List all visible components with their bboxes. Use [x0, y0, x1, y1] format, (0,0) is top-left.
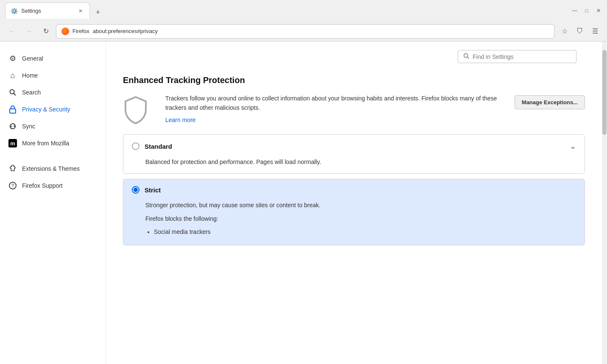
strict-block-item-1: Social media trackers — [154, 227, 576, 236]
gear-icon: ⚙ — [8, 54, 17, 63]
firefox-logo-icon — [61, 28, 69, 35]
sidebar-label-extensions: Extensions & Themes — [22, 165, 80, 172]
standard-option-header[interactable]: Standard ⌄ — [123, 135, 585, 158]
scrollbar-thumb[interactable] — [602, 50, 607, 135]
svg-line-6 — [468, 57, 469, 59]
strict-option-card: Strict Stronger protection, but may caus… — [123, 179, 585, 245]
sidebar-item-extensions[interactable]: Extensions & Themes — [0, 160, 106, 177]
manage-exceptions-button[interactable]: Manage Exceptions... — [515, 95, 585, 109]
browser-window: ⚙️ Settings ✕ + — □ ✕ ← → ↻ Firefox abou… — [0, 0, 607, 364]
svg-point-5 — [464, 54, 468, 58]
svg-point-0 — [10, 90, 14, 94]
strict-option-header[interactable]: Strict — [123, 179, 585, 200]
sidebar-item-sync[interactable]: Sync — [0, 118, 106, 135]
sidebar-label-home: Home — [22, 72, 38, 79]
etp-text: Trackers follow you around online to col… — [165, 94, 502, 124]
strict-blocks-intro: Firefox blocks the following: — [145, 214, 576, 223]
sidebar-label-support: Firefox Support — [22, 182, 63, 189]
find-search-icon — [463, 53, 469, 60]
extensions-icon — [8, 164, 17, 173]
lock-icon — [8, 105, 17, 114]
back-button[interactable]: ← — [5, 25, 19, 38]
window-controls: — □ ✕ — [571, 7, 602, 14]
tab-title: Settings — [21, 8, 73, 14]
strict-radio-inner — [134, 188, 138, 192]
sync-icon — [8, 122, 17, 131]
standard-option-body: Balanced for protection and performance.… — [123, 158, 585, 173]
standard-option-label: Standard — [145, 143, 172, 150]
shield-icon-wrapper — [123, 94, 153, 124]
forward-button[interactable]: → — [22, 25, 36, 38]
section-title: Enhanced Tracking Protection — [123, 75, 585, 85]
url-text: about:preferences#privacy — [93, 28, 158, 34]
sidebar-item-privacy[interactable]: Privacy & Security — [0, 101, 106, 118]
sidebar: ⚙ General ⌂ Home Search — [0, 42, 106, 364]
find-input[interactable] — [473, 53, 571, 60]
tab-favicon: ⚙️ — [11, 8, 18, 14]
support-icon: ? — [8, 181, 17, 190]
svg-line-1 — [14, 94, 16, 96]
sidebar-label-mozilla: More from Mozilla — [22, 140, 69, 147]
home-icon: ⌂ — [8, 71, 17, 80]
sidebar-item-home[interactable]: ⌂ Home — [0, 67, 106, 84]
etp-description: Trackers follow you around online to col… — [165, 94, 502, 113]
sidebar-item-support[interactable]: ? Firefox Support — [0, 177, 106, 194]
learn-more-link[interactable]: Learn more — [165, 117, 196, 123]
content-area: Enhanced Tracking Protection Trackers fo… — [106, 42, 602, 364]
minimize-button[interactable]: — — [571, 7, 578, 14]
reload-button[interactable]: ↻ — [39, 25, 53, 38]
menu-button[interactable]: ☰ — [588, 25, 602, 38]
shield-icon — [123, 95, 148, 124]
sidebar-label-general: General — [22, 55, 43, 62]
pocket-button[interactable]: ⛉ — [573, 25, 587, 38]
etp-section: Trackers follow you around online to col… — [123, 94, 585, 124]
standard-chevron-icon: ⌄ — [570, 142, 576, 151]
strict-blocks-list: Social media trackers — [154, 227, 576, 236]
sidebar-item-search[interactable]: Search — [0, 84, 106, 101]
find-in-settings[interactable] — [458, 50, 576, 63]
settings-tab[interactable]: ⚙️ Settings ✕ — [5, 3, 90, 19]
svg-rect-2 — [10, 109, 16, 113]
address-bar[interactable]: Firefox about:preferences#privacy — [56, 24, 554, 39]
main-area: ⚙ General ⌂ Home Search — [0, 42, 607, 364]
window-close-button[interactable]: ✕ — [595, 7, 602, 14]
tab-strip: ⚙️ Settings ✕ + — [5, 3, 568, 19]
nav-icons-right: ☆ ⛉ ☰ — [558, 25, 602, 38]
sidebar-label-privacy: Privacy & Security — [22, 106, 70, 113]
bookmark-button[interactable]: ☆ — [558, 25, 571, 38]
strict-radio[interactable] — [132, 186, 139, 194]
strict-option-body: Stronger protection, but may cause some … — [123, 200, 585, 245]
sidebar-item-general[interactable]: ⚙ General — [0, 50, 106, 67]
strict-description: Stronger protection, but may cause some … — [145, 200, 576, 210]
sidebar-item-mozilla[interactable]: m More from Mozilla — [0, 135, 106, 152]
standard-option-card: Standard ⌄ Balanced for protection and p… — [123, 134, 585, 174]
svg-text:?: ? — [11, 183, 14, 188]
strict-option-label: Strict — [145, 186, 161, 194]
scrollbar[interactable] — [602, 42, 607, 364]
tab-close-button[interactable]: ✕ — [77, 7, 84, 15]
standard-radio[interactable] — [132, 142, 139, 150]
nav-bar: ← → ↻ Firefox about:preferences#privacy … — [0, 21, 607, 42]
browser-brand: Firefox — [72, 28, 89, 34]
search-icon — [8, 88, 17, 97]
title-bar: ⚙️ Settings ✕ + — □ ✕ — [0, 0, 607, 21]
sidebar-label-search: Search — [22, 89, 41, 96]
sidebar-divider — [0, 152, 106, 160]
maximize-button[interactable]: □ — [583, 7, 590, 14]
sidebar-label-sync: Sync — [22, 123, 35, 130]
new-tab-button[interactable]: + — [92, 6, 104, 19]
mozilla-icon: m — [8, 139, 17, 147]
